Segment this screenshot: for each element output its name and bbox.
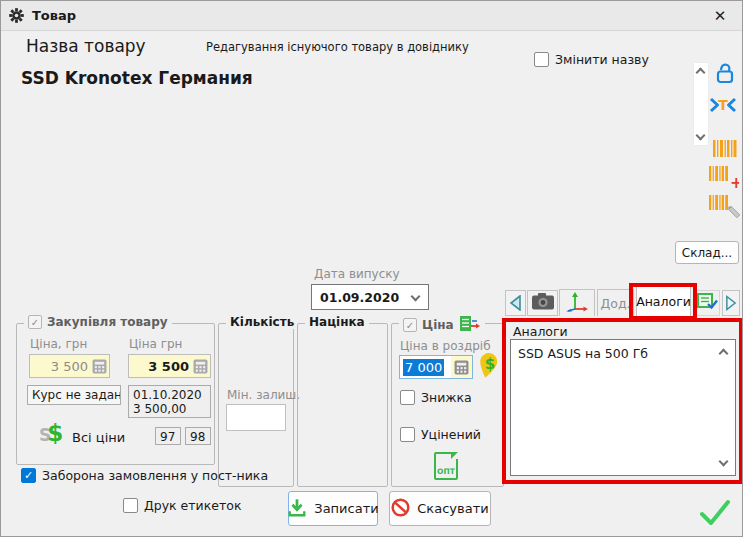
discount-checkbox[interactable]: Знижка: [400, 390, 472, 405]
warehouse-button-label: Склад...: [682, 246, 732, 260]
print-labels-checkbox[interactable]: Друк етикеток: [123, 498, 241, 513]
tab-dimensions[interactable]: [559, 289, 595, 316]
all-prices-icon[interactable]: S$: [39, 422, 63, 445]
save-icon: [287, 498, 307, 520]
calculator-icon[interactable]: [92, 359, 107, 374]
camera-icon: [532, 293, 554, 314]
list-scroll-up-icon[interactable]: [719, 349, 729, 359]
all-prices-label[interactable]: Всі ціни: [72, 430, 125, 445]
checkbox-box: [534, 52, 549, 67]
change-name-checkbox[interactable]: Змінити назву: [534, 52, 649, 67]
purchase-enabled-checkbox: ✓: [28, 315, 42, 329]
tabs-scroll-right-button[interactable]: [722, 290, 740, 316]
price-groupbox: ✓ Ціна Ціна в роздріб 7 000: [391, 323, 504, 487]
markup-legend: Націнка: [305, 315, 369, 329]
discount-label: Знижка: [421, 390, 472, 405]
markup-title: Націнка: [309, 315, 365, 329]
checkbox-box: [400, 390, 415, 405]
barcode-icon[interactable]: [713, 140, 737, 161]
tab-analogs[interactable]: Аналоги: [636, 286, 691, 316]
release-date-label: Дата випуску: [314, 267, 400, 281]
min-remainder-value: [227, 405, 235, 427]
analogs-listbox[interactable]: SSD ASUS на 500 Гб: [510, 339, 736, 476]
tab-photo[interactable]: [527, 290, 558, 316]
cancel-button[interactable]: Скасувати: [389, 491, 491, 526]
scroll-up-icon[interactable]: [696, 68, 706, 78]
name-scrollbar[interactable]: [693, 62, 709, 146]
tab-checklist-button[interactable]: [694, 290, 720, 316]
checkbox-box: [123, 498, 138, 513]
cancel-button-label: Скасувати: [417, 501, 488, 516]
tabs-scroll-left-button[interactable]: [505, 290, 526, 316]
gear-icon: [9, 8, 24, 27]
calculator-icon[interactable]: [451, 356, 472, 378]
warehouse-button[interactable]: Склад...: [675, 241, 739, 264]
checklist-icon: [697, 293, 718, 314]
edit-mode-subtitle: Редагування існуючого товару в довіднику: [206, 40, 469, 54]
rate-note-field: Курс не задано: [27, 385, 121, 405]
checkbox-box: [400, 427, 415, 442]
window-title: Товар: [32, 8, 76, 23]
wholesale-doc-icon[interactable]: ОПТ: [434, 452, 458, 480]
retail-price-field[interactable]: 7 000: [399, 355, 473, 379]
cancel-icon: [391, 498, 410, 520]
price2-label: Ціна грн: [129, 337, 182, 351]
checkbox-box: ✓: [21, 468, 36, 483]
save-button[interactable]: Записати: [288, 491, 378, 526]
markdown-checkbox[interactable]: Уцінений: [400, 427, 481, 442]
purchase-title: Закупівля товару: [47, 315, 168, 329]
purchase-groupbox: ✓ Закупівля товару Ціна, грн 3 500 Ціна …: [16, 323, 215, 465]
calculator-icon[interactable]: [193, 359, 208, 374]
price-enabled-checkbox: ✓: [403, 318, 417, 332]
retail-price-value: 7 000: [403, 359, 444, 376]
last-purchase-date: 01.10.2020: [133, 388, 202, 402]
fit-text-icon[interactable]: T: [709, 96, 737, 118]
product-name: SSD Kronotex Германия: [21, 68, 253, 88]
axis-3d-icon: [565, 291, 589, 316]
markdown-label: Уцінений: [421, 427, 481, 442]
quantity-title: Кількість: [230, 315, 294, 329]
analogs-panel-label: Аналоги: [513, 324, 568, 339]
ban-order-checkbox[interactable]: ✓ Заборона замовлення у пост-ника: [21, 468, 268, 483]
last-purchase-field: 01.10.2020 3 500,00: [128, 385, 211, 418]
save-button-label: Записати: [314, 501, 378, 516]
price-export-icon[interactable]: [459, 315, 481, 335]
release-date-select[interactable]: 01.09.2020: [311, 284, 429, 310]
quantity-groupbox: Кількість Мін. залиш.: [218, 323, 294, 487]
price2-value: 3 500: [129, 359, 193, 374]
svg-text:+: +: [730, 174, 739, 190]
price2-field[interactable]: 3 500: [128, 354, 211, 378]
price1-field[interactable]: 3 500: [29, 354, 110, 378]
num2-field: 98: [185, 427, 211, 445]
unlock-icon[interactable]: [715, 62, 736, 88]
num1-field: 97: [155, 427, 181, 445]
analogs-list-item[interactable]: SSD ASUS на 500 Гб: [518, 346, 648, 361]
svg-text:$: $: [485, 355, 495, 373]
price-legend: ✓ Ціна: [399, 315, 485, 335]
barcode-edit-icon[interactable]: [709, 195, 741, 223]
price-title: Ціна: [422, 318, 454, 332]
tab-analogs-label: Аналоги: [636, 294, 691, 309]
min-remainder-input[interactable]: [226, 404, 286, 431]
change-name-label: Змінити назву: [555, 52, 649, 67]
confirm-check-icon[interactable]: [698, 499, 732, 530]
print-labels-label: Друк етикеток: [144, 498, 241, 513]
retail-price-label: Ціна в роздріб: [400, 339, 491, 353]
title-bar: Товар ✕: [1, 1, 742, 31]
chevron-down-icon: [411, 292, 421, 302]
close-button[interactable]: ✕: [698, 1, 742, 31]
price1-value: 3 500: [30, 359, 92, 374]
ban-order-label: Заборона замовлення у пост-ника: [42, 468, 268, 483]
product-window: Товар ✕ Назва товару Редагування існуючо…: [0, 0, 743, 537]
min-remainder-label: Мін. залиш.: [227, 388, 300, 402]
tab-extra-label: Дод.: [600, 296, 630, 311]
barcode-add-icon[interactable]: +: [709, 166, 739, 194]
svg-text:T: T: [718, 97, 728, 113]
purchase-legend: ✓ Закупівля товару: [24, 315, 172, 329]
scroll-down-icon[interactable]: [696, 131, 706, 141]
price1-label: Ціна, грн: [30, 337, 87, 351]
list-scroll-down-icon[interactable]: [719, 457, 729, 467]
name-section-title: Назва товару: [26, 36, 146, 56]
price-pin-icon[interactable]: $: [478, 352, 500, 384]
tab-extra[interactable]: Дод.: [597, 289, 634, 316]
